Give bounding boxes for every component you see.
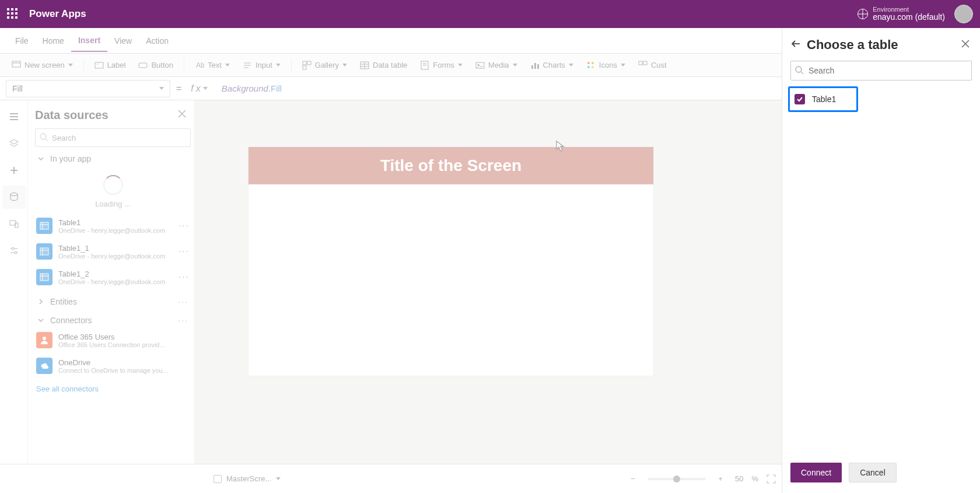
screen-crumb[interactable]: MasterScre... <box>210 472 284 485</box>
gallery-button[interactable]: Gallery <box>296 58 353 72</box>
section-in-your-app-label: In your app <box>50 154 91 163</box>
chevron-down-icon <box>276 64 281 67</box>
fx-button[interactable]: fx <box>187 83 211 94</box>
svg-line-64 <box>801 72 803 74</box>
section-entities[interactable]: Entities ··· <box>35 290 191 309</box>
cancel-button[interactable]: Cancel <box>849 463 897 482</box>
chevron-down-icon <box>37 317 44 324</box>
svg-point-36 <box>10 193 18 196</box>
svg-point-40 <box>12 247 14 250</box>
screen-title-bar[interactable]: Title of the Screen <box>249 147 653 184</box>
button-button[interactable]: Button <box>132 58 179 72</box>
panel-back-button[interactable] <box>790 39 801 51</box>
section-connectors-label: Connectors <box>50 316 92 325</box>
new-screen-button[interactable]: New screen <box>6 58 79 72</box>
loading-label: Loading ... <box>95 200 131 208</box>
connectors-more-button[interactable]: ··· <box>178 316 188 325</box>
menu-action[interactable]: Action <box>139 30 176 51</box>
data-source-item[interactable]: Table1OneDrive - henry.legge@outlook.com… <box>35 213 191 239</box>
environment-picker[interactable]: Environment enayu.com (default) <box>858 6 945 22</box>
icons-button[interactable]: Icons <box>580 58 631 72</box>
svg-rect-9 <box>303 61 306 65</box>
svg-text:Ab: Ab <box>196 61 204 69</box>
panel-search-input[interactable] <box>790 61 972 81</box>
data-source-sub: OneDrive - henry.legge@outlook.com <box>58 253 165 260</box>
app-launcher-icon[interactable] <box>7 8 19 20</box>
data-table-icon <box>360 61 369 70</box>
label-label: Label <box>107 61 126 69</box>
rail-media[interactable] <box>2 212 26 236</box>
new-screen-label: New screen <box>24 61 65 69</box>
gallery-label: Gallery <box>315 61 339 69</box>
label-button[interactable]: Label <box>89 58 132 72</box>
data-source-more-button[interactable]: ··· <box>178 272 190 282</box>
svg-rect-22 <box>534 63 536 69</box>
avatar[interactable] <box>954 5 973 23</box>
zoom-value: 50 <box>735 474 743 483</box>
data-source-name: Table1_1 <box>58 244 165 253</box>
data-source-more-button[interactable]: ··· <box>178 246 190 257</box>
input-button[interactable]: Input <box>237 58 286 72</box>
text-button[interactable]: Ab Text <box>189 58 236 72</box>
layers-icon <box>9 138 19 149</box>
data-sources-search-input[interactable] <box>35 128 191 147</box>
svg-rect-4 <box>139 63 147 68</box>
property-selector[interactable]: Fill <box>6 80 170 97</box>
sliders-icon <box>9 246 19 256</box>
media-button[interactable]: Media <box>470 58 523 72</box>
zoom-slider-thumb[interactable] <box>673 475 680 482</box>
rail-advanced[interactable] <box>2 239 26 263</box>
connector-item[interactable]: OneDriveConnect to OneDrive to manage yo… <box>35 353 191 379</box>
custom-button[interactable]: Cust <box>632 58 673 72</box>
forms-button[interactable]: Forms <box>414 58 468 72</box>
button-icon <box>138 61 148 70</box>
connect-button[interactable]: Connect <box>790 463 842 482</box>
data-table-button[interactable]: Data table <box>354 58 413 72</box>
data-source-more-button[interactable]: ··· <box>178 221 190 231</box>
section-connectors[interactable]: Connectors ··· <box>35 309 191 327</box>
connector-item[interactable]: Office 365 UsersOffice 365 Users Connect… <box>35 327 191 353</box>
zoom-in-button[interactable]: + <box>714 474 727 483</box>
charts-button[interactable]: Charts <box>524 58 579 72</box>
svg-marker-33 <box>10 139 18 144</box>
chevron-down-icon <box>569 64 573 67</box>
panel-close-button[interactable] <box>959 37 972 53</box>
text-icon: Ab <box>195 61 204 70</box>
forms-icon <box>420 61 429 70</box>
data-source-sub: OneDrive - henry.legge@outlook.com <box>58 227 165 234</box>
rail-hamburger[interactable] <box>2 105 26 128</box>
screen-icon <box>214 475 222 483</box>
database-icon <box>9 192 19 202</box>
rail-data[interactable] <box>2 186 26 209</box>
media-label: Media <box>488 61 509 69</box>
data-source-item[interactable]: Table1_2OneDrive - henry.legge@outlook.c… <box>35 264 191 290</box>
data-source-item[interactable]: Table1_1OneDrive - henry.legge@outlook.c… <box>35 239 191 264</box>
connector-sub: Office 365 Users Connection provider let… <box>58 341 169 348</box>
custom-label: Cust <box>651 61 667 69</box>
svg-rect-28 <box>639 61 642 65</box>
menu-home[interactable]: Home <box>36 30 71 51</box>
entities-more-button[interactable]: ··· <box>178 297 188 306</box>
menu-insert[interactable]: Insert <box>71 30 107 52</box>
table-option[interactable]: Table1 <box>788 86 858 112</box>
fullscreen-icon[interactable] <box>766 474 776 484</box>
close-data-sources-button[interactable] <box>176 107 188 123</box>
media-icon <box>475 61 485 70</box>
svg-point-42 <box>15 251 17 254</box>
menu-view[interactable]: View <box>107 30 139 51</box>
zoom-unit: % <box>751 474 758 483</box>
charts-label: Charts <box>543 61 565 69</box>
svg-rect-0 <box>12 61 20 67</box>
section-in-your-app[interactable]: In your app <box>35 147 191 166</box>
checkbox-checked-icon[interactable] <box>794 94 805 104</box>
rail-insert[interactable] <box>2 159 26 182</box>
canvas[interactable]: Title of the Screen <box>249 147 653 376</box>
plus-icon <box>9 165 19 176</box>
zoom-out-button[interactable]: − <box>626 474 639 483</box>
rail-tree-view[interactable] <box>2 132 26 155</box>
menu-file[interactable]: File <box>8 30 36 51</box>
data-sources-search <box>35 128 191 147</box>
excel-icon <box>36 269 52 285</box>
see-all-connectors-link[interactable]: See all connectors <box>35 379 191 399</box>
zoom-slider[interactable] <box>648 478 706 480</box>
